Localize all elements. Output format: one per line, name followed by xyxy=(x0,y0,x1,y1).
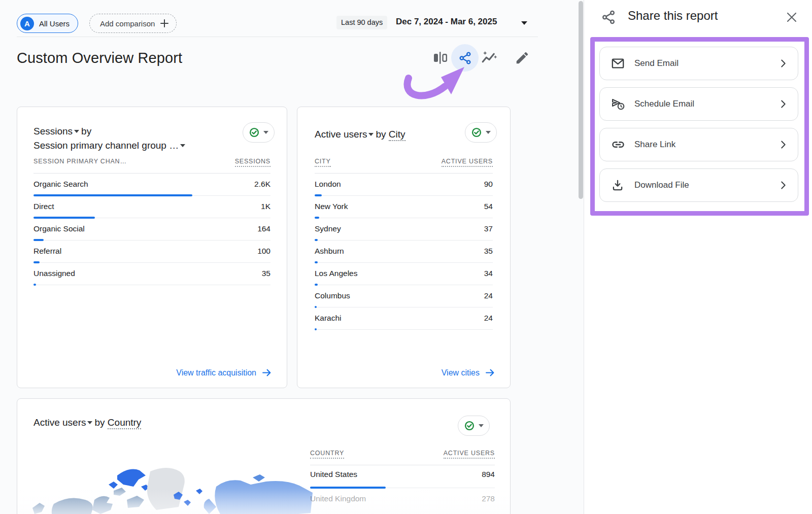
date-preset-badge: Last 90 days xyxy=(336,16,387,29)
row-label: Referral xyxy=(33,247,61,256)
chevron-right-icon xyxy=(777,139,789,150)
chevron-right-icon xyxy=(777,58,789,69)
bar-track xyxy=(33,217,270,219)
dimension-name[interactable]: Country xyxy=(108,417,142,429)
row-value: 35 xyxy=(262,269,270,278)
data-quality-pill[interactable] xyxy=(243,122,275,143)
table-row: United States894 xyxy=(310,465,495,490)
chevron-down-icon xyxy=(87,421,92,424)
link-label: View cities xyxy=(442,368,480,378)
sessions-table: Organic Search2.6K Direct1K Organic Soci… xyxy=(33,175,270,287)
close-icon[interactable] xyxy=(785,11,798,24)
button-label: Share Link xyxy=(634,140,675,150)
data-quality-pill[interactable] xyxy=(458,416,490,436)
sessions-card-title[interactable]: Sessionsby Session primary channel group… xyxy=(33,124,187,153)
bar xyxy=(315,217,319,219)
row-label: Unassigned xyxy=(33,269,75,278)
column-headers: COUNTRY ACTIVE USERS xyxy=(310,450,495,465)
bar-track xyxy=(315,261,493,263)
view-cities-link[interactable]: View cities xyxy=(442,368,495,378)
table-row: London90 xyxy=(315,175,493,197)
download-file-button[interactable]: Download File xyxy=(599,168,798,202)
bar-track xyxy=(310,487,495,489)
bar xyxy=(315,261,318,263)
table-row: Karachi24 xyxy=(315,309,493,331)
bar-track xyxy=(315,306,493,308)
bar-track xyxy=(315,194,493,196)
row-value: 35 xyxy=(484,247,493,256)
cities-card-title[interactable]: Active usersby City xyxy=(315,127,405,142)
share-icon xyxy=(458,51,472,65)
row-label: Sydney xyxy=(315,224,341,233)
row-value: 37 xyxy=(484,224,493,233)
bar xyxy=(315,194,322,196)
chevron-down-icon xyxy=(368,133,374,136)
edit-icon[interactable] xyxy=(515,50,530,65)
data-quality-pill[interactable] xyxy=(465,122,497,143)
metric-name[interactable]: Active users xyxy=(33,417,86,428)
bar-track xyxy=(315,328,493,330)
metric-name[interactable]: Sessions xyxy=(33,126,73,136)
button-label: Schedule Email xyxy=(634,99,694,109)
bar xyxy=(310,487,386,489)
table-row: Los Angeles34 xyxy=(315,264,493,287)
sessions-card: Sessionsby Session primary channel group… xyxy=(17,107,287,388)
comparison-icon[interactable] xyxy=(433,51,448,64)
share-button[interactable] xyxy=(451,44,479,72)
insights-icon[interactable] xyxy=(481,49,498,66)
button-label: Send Email xyxy=(634,58,679,68)
share-link-button[interactable]: Share Link xyxy=(599,128,798,161)
share-panel: Share this report Send Email Schedule Em… xyxy=(584,0,812,514)
schedule-email-button[interactable]: Schedule Email xyxy=(599,87,798,121)
country-card: Active usersby Country xyxy=(17,398,511,514)
check-circle-icon xyxy=(249,127,260,138)
column-headers: SESSION PRIMARY CHAN… SESSIONS xyxy=(33,158,270,174)
check-circle-icon xyxy=(471,127,482,138)
audience-chip-all-users[interactable]: A All Users xyxy=(17,14,78,33)
send-email-button[interactable]: Send Email xyxy=(599,47,798,80)
column-header-dimension[interactable]: CITY xyxy=(315,158,331,167)
bar xyxy=(33,261,40,263)
table-row: Ashburn35 xyxy=(315,242,493,264)
view-traffic-acquisition-link[interactable]: View traffic acquisition xyxy=(176,368,272,378)
dimension-name[interactable]: Session primary channel group … xyxy=(33,140,179,151)
by-text: by xyxy=(376,129,386,140)
chevron-down-icon[interactable] xyxy=(521,21,527,25)
bar xyxy=(315,284,318,286)
bar-track xyxy=(315,217,493,219)
column-header-metric[interactable]: ACTIVE USERS xyxy=(442,158,493,167)
plus-icon xyxy=(160,19,169,28)
header-divider xyxy=(17,37,538,37)
world-map xyxy=(23,451,315,514)
cities-table: London90 New York54 Sydney37 Ashburn35 L… xyxy=(315,175,493,331)
row-value: 894 xyxy=(482,470,495,479)
table-row: New York54 xyxy=(315,197,493,220)
column-header-dimension[interactable]: COUNTRY xyxy=(310,450,344,459)
metric-name[interactable]: Active users xyxy=(315,129,367,140)
row-value: 1K xyxy=(261,202,270,211)
row-label: London xyxy=(315,180,341,189)
table-row: Unassigned35 xyxy=(33,264,270,287)
row-label: Ashburn xyxy=(315,247,344,256)
bar xyxy=(315,239,318,241)
add-comparison-button[interactable]: Add comparison xyxy=(89,14,177,33)
date-range-selector[interactable]: Dec 7, 2024 - Mar 6, 2025 xyxy=(396,17,497,27)
row-label: United Kingdom xyxy=(310,494,366,503)
column-header-metric[interactable]: SESSIONS xyxy=(235,158,270,167)
bar-track xyxy=(33,261,270,263)
vertical-scrollbar[interactable] xyxy=(579,1,583,199)
link-icon xyxy=(611,138,625,152)
country-card-title[interactable]: Active usersby Country xyxy=(33,416,141,430)
dimension-name[interactable]: City xyxy=(389,129,405,141)
row-value: 54 xyxy=(484,202,493,211)
row-label: Karachi xyxy=(315,314,342,323)
bar xyxy=(315,328,317,330)
table-row: Organic Search2.6K xyxy=(33,175,270,197)
download-icon xyxy=(611,179,624,192)
column-header-dimension[interactable]: SESSION PRIMARY CHAN… xyxy=(33,158,127,167)
arrow-right-icon xyxy=(485,368,495,378)
chevron-down-icon xyxy=(479,424,484,427)
row-value: 24 xyxy=(484,291,493,300)
column-header-metric[interactable]: ACTIVE USERS xyxy=(444,450,495,459)
bar xyxy=(33,217,95,219)
